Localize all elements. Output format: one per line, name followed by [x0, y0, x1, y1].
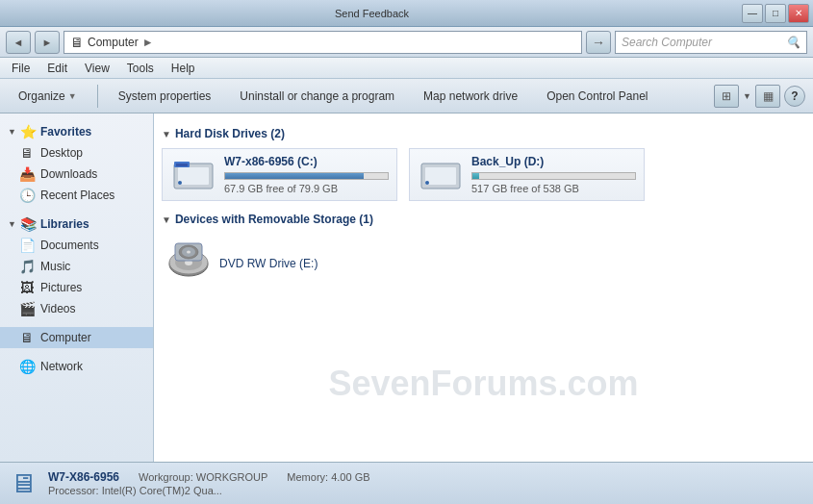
toolbar-right: ⊞ ▼ ▦ ? — [714, 85, 805, 108]
address-field[interactable]: 🖥 Computer ► — [64, 31, 582, 54]
dvd-drive-e[interactable]: DVD RW Drive (E:) — [162, 234, 321, 292]
sidebar-downloads-label: Downloads — [40, 167, 97, 181]
dvd-drive-name: DVD RW Drive (E:) — [219, 257, 318, 270]
drive-d-name: Back_Up (D:) — [471, 155, 636, 168]
drive-d[interactable]: Back_Up (D:) 517 GB free of 538 GB — [409, 148, 645, 201]
computer-icon: 🖥 — [70, 35, 84, 50]
favorites-star-icon: ⭐ — [20, 124, 37, 139]
favorites-collapse-icon: ▼ — [8, 127, 16, 137]
libraries-icon: 📚 — [20, 216, 37, 232]
system-properties-button[interactable]: System properties — [108, 83, 222, 110]
hard-disk-section-header[interactable]: ▼ Hard Disk Drives (2) — [162, 127, 805, 140]
watermark: SevenForums.com — [328, 364, 638, 404]
minimize-button[interactable]: — — [742, 4, 763, 23]
map-network-button[interactable]: Map network drive — [413, 83, 528, 110]
sidebar-favorites-header[interactable]: ▼ ⭐ Favorites — [0, 121, 153, 142]
status-computer-icon: 🖥 — [10, 467, 37, 499]
sidebar-item-downloads[interactable]: 📥 Downloads — [0, 164, 153, 185]
sidebar-network-label: Network — [40, 360, 83, 373]
drive-d-bar-bg — [471, 172, 636, 180]
network-icon: 🌐 — [19, 359, 35, 374]
title-bar: Send Feedback — □ ✕ — [0, 0, 813, 27]
hard-disk-section-label: Hard Disk Drives (2) — [175, 127, 285, 140]
search-box[interactable]: Search Computer 🔍 — [615, 31, 807, 54]
libraries-collapse-icon: ▼ — [8, 219, 16, 229]
view-arrow[interactable]: ▼ — [743, 91, 751, 101]
sidebar-favorites-label: Favorites — [40, 125, 91, 139]
control-panel-button[interactable]: Open Control Panel — [536, 83, 658, 110]
hard-disk-collapse-icon: ▼ — [162, 129, 171, 139]
sidebar-divider-2 — [0, 319, 153, 327]
view-toggle-button[interactable]: ⊞ — [714, 85, 739, 108]
address-text: Computer — [88, 36, 139, 49]
toolbar: Organize ▼ System properties Uninstall o… — [0, 79, 813, 113]
menu-tools[interactable]: Tools — [123, 61, 158, 76]
removable-section-label: Devices with Removable Storage (1) — [175, 213, 373, 226]
sidebar-music-label: Music — [40, 260, 70, 273]
drive-c-icon — [170, 155, 216, 193]
documents-icon: 📄 — [19, 238, 35, 253]
preview-pane-button[interactable]: ▦ — [755, 85, 780, 108]
drive-c[interactable]: W7-x86-6956 (C:) 67.9 GB free of 79.9 GB — [162, 148, 397, 201]
organize-button[interactable]: Organize ▼ — [8, 83, 88, 110]
menu-bar: File Edit View Tools Help — [0, 58, 813, 79]
menu-file[interactable]: File — [8, 61, 34, 76]
sidebar-item-recent-places[interactable]: 🕒 Recent Places — [0, 185, 153, 206]
sidebar-item-music[interactable]: 🎵 Music — [0, 256, 153, 277]
sidebar-item-pictures[interactable]: 🖼 Pictures — [0, 277, 153, 298]
sidebar-computer-label: Computer — [40, 331, 91, 344]
search-icon: 🔍 — [786, 36, 800, 49]
status-info: W7-X86-6956 Workgroup: WORKGROUP Memory:… — [48, 470, 803, 497]
menu-help[interactable]: Help — [167, 61, 199, 76]
drive-d-bar-fill — [472, 173, 479, 179]
sidebar-videos-label: Videos — [40, 302, 75, 315]
sidebar-documents-label: Documents — [40, 239, 99, 252]
downloads-icon: 📥 — [19, 166, 35, 182]
drive-d-icon — [418, 155, 464, 193]
menu-view[interactable]: View — [81, 61, 114, 76]
sidebar-libraries-label: Libraries — [40, 217, 89, 231]
help-button[interactable]: ? — [784, 86, 805, 107]
menu-edit[interactable]: Edit — [43, 61, 71, 76]
removable-section-header[interactable]: ▼ Devices with Removable Storage (1) — [162, 213, 805, 226]
back-button[interactable]: ◄ — [6, 31, 31, 54]
svg-point-7 — [425, 181, 429, 185]
svg-point-2 — [178, 181, 182, 185]
uninstall-button[interactable]: Uninstall or change a program — [229, 83, 405, 110]
status-computer-name: W7-X86-6956 — [48, 470, 119, 484]
main-area: ▼ ⭐ Favorites 🖥 Desktop 📥 Downloads 🕒 Re… — [0, 113, 813, 462]
sidebar-item-network[interactable]: 🌐 Network — [0, 356, 153, 377]
go-button[interactable]: → — [586, 31, 611, 54]
close-button[interactable]: ✕ — [788, 4, 809, 23]
toolbar-separator-1 — [97, 85, 98, 108]
sidebar-libraries-header[interactable]: ▼ 📚 Libraries — [0, 214, 153, 235]
sidebar: ▼ ⭐ Favorites 🖥 Desktop 📥 Downloads 🕒 Re… — [0, 113, 154, 462]
sidebar-desktop-label: Desktop — [40, 146, 83, 160]
sidebar-item-computer[interactable]: 🖥 Computer — [0, 327, 153, 348]
sidebar-item-videos[interactable]: 🎬 Videos — [0, 298, 153, 319]
address-bar: ◄ ► 🖥 Computer ► → Search Computer 🔍 — [0, 27, 813, 58]
feedback-label: Send Feedback — [335, 8, 409, 19]
sidebar-item-documents[interactable]: 📄 Documents — [0, 235, 153, 256]
drive-c-free: 67.9 GB free of 79.9 GB — [224, 183, 389, 194]
dvd-icon — [165, 238, 212, 289]
search-placeholder: Search Computer — [622, 36, 712, 49]
maximize-button[interactable]: □ — [765, 4, 786, 23]
status-workgroup: Workgroup: WORKGROUP — [139, 471, 267, 483]
computer-sidebar-icon: 🖥 — [19, 330, 35, 345]
drive-c-bar-fill — [225, 173, 364, 179]
drives-grid: W7-x86-6956 (C:) 67.9 GB free of 79.9 GB — [162, 148, 805, 201]
status-memory: Memory: 4.00 GB — [287, 471, 369, 483]
svg-point-15 — [187, 251, 191, 254]
drive-c-bar-bg — [224, 172, 389, 180]
status-bar: 🖥 W7-X86-6956 Workgroup: WORKGROUP Memor… — [0, 462, 813, 504]
sidebar-item-desktop[interactable]: 🖥 Desktop — [0, 142, 153, 164]
forward-button[interactable]: ► — [35, 31, 60, 54]
organize-arrow: ▼ — [68, 91, 77, 101]
sidebar-divider-3 — [0, 348, 153, 356]
svg-rect-1 — [178, 167, 209, 185]
svg-rect-4 — [176, 164, 188, 166]
sidebar-divider-1 — [0, 206, 153, 214]
address-dropdown-arrow: ► — [142, 36, 154, 49]
recent-places-icon: 🕒 — [19, 188, 35, 203]
